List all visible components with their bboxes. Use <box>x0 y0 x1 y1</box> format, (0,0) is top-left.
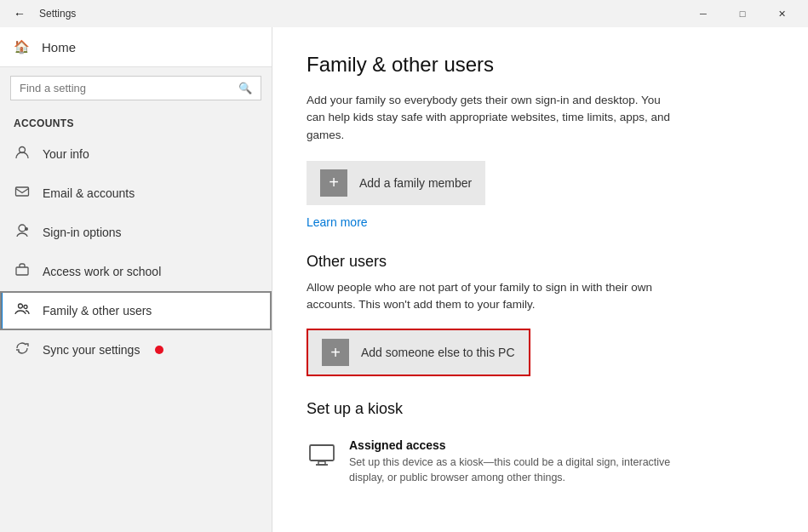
sync-icon <box>14 340 31 359</box>
main-content: Family & other users Add your family so … <box>272 27 808 532</box>
plus-icon-other: + <box>322 339 349 366</box>
sidebar-item-sync-settings[interactable]: Sync your settings <box>0 330 272 369</box>
title-bar-title: Settings <box>39 8 76 20</box>
sidebar-item-your-info[interactable]: Your info <box>0 134 272 174</box>
sidebar: 🏠 Home 🔍 Accounts Your info Email & acco… <box>0 27 272 532</box>
kiosk-monitor-icon <box>307 440 337 471</box>
search-icon: 🔍 <box>238 82 252 94</box>
family-description: Add your family so everybody gets their … <box>307 92 681 144</box>
sync-settings-label: Sync your settings <box>43 343 140 357</box>
family-icon <box>14 301 31 320</box>
svg-point-2 <box>25 227 28 231</box>
sign-in-icon <box>14 223 31 242</box>
kiosk-text: Assigned access Set up this device as a … <box>349 438 673 485</box>
email-accounts-label: Email & accounts <box>43 186 135 200</box>
svg-rect-1 <box>16 187 29 196</box>
title-bar: ← Settings ─ □ ✕ <box>0 0 808 27</box>
sign-in-label: Sign-in options <box>43 226 122 239</box>
sidebar-item-access-work[interactable]: Access work or school <box>0 252 272 291</box>
assigned-access-title: Assigned access <box>349 438 673 452</box>
app-container: 🏠 Home 🔍 Accounts Your info Email & acco… <box>0 27 808 532</box>
other-users-title: Other users <box>307 253 774 271</box>
access-work-label: Access work or school <box>43 265 161 278</box>
add-someone-else-button[interactable]: + Add someone else to this PC <box>307 329 530 376</box>
family-users-label: Family & other users <box>43 304 152 317</box>
search-input[interactable] <box>20 82 232 94</box>
section-label: Accounts <box>0 109 272 134</box>
sync-badge <box>155 346 163 354</box>
svg-point-4 <box>19 304 23 308</box>
email-icon <box>14 184 31 203</box>
svg-rect-3 <box>16 267 28 275</box>
add-family-member-button[interactable]: + Add a family member <box>307 161 485 205</box>
home-label: Home <box>42 40 76 54</box>
maximize-button[interactable]: □ <box>723 0 762 27</box>
your-info-label: Your info <box>43 147 89 161</box>
search-box: 🔍 <box>10 76 261 100</box>
assigned-access-desc: Set up this device as a kiosk—this could… <box>349 455 673 485</box>
home-button[interactable]: 🏠 Home <box>0 27 272 67</box>
minimize-button[interactable]: ─ <box>684 0 723 27</box>
home-icon: 🏠 <box>14 39 30 54</box>
back-icon[interactable]: ← <box>7 3 32 24</box>
title-bar-controls: ─ □ ✕ <box>684 0 801 27</box>
title-bar-left: ← Settings <box>7 3 76 24</box>
kiosk-item: Assigned access Set up this device as a … <box>307 430 774 494</box>
your-info-icon <box>14 145 31 163</box>
svg-rect-6 <box>310 445 334 460</box>
plus-icon-family: + <box>320 169 347 197</box>
page-title: Family & other users <box>307 53 774 77</box>
sidebar-item-email-accounts[interactable]: Email & accounts <box>0 174 272 213</box>
other-users-description: Allow people who are not part of your fa… <box>307 279 681 314</box>
sidebar-item-family-users[interactable]: Family & other users <box>0 291 272 330</box>
add-family-label: Add a family member <box>359 176 472 190</box>
sidebar-item-sign-in[interactable]: Sign-in options <box>0 213 272 252</box>
learn-more-link[interactable]: Learn more <box>307 215 774 229</box>
kiosk-title: Set up a kiosk <box>307 400 774 418</box>
svg-point-5 <box>24 306 27 309</box>
access-work-icon <box>14 262 31 281</box>
add-someone-label: Add someone else to this PC <box>361 346 515 359</box>
close-button[interactable]: ✕ <box>762 0 801 27</box>
